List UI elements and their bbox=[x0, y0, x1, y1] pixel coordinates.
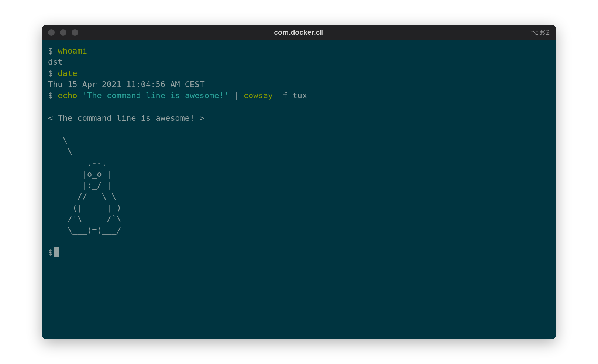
output-line: ______________________________ bbox=[48, 102, 550, 113]
active-prompt-line[interactable]: $ bbox=[48, 247, 550, 258]
output-line: ------------------------------ bbox=[48, 124, 550, 135]
minimize-button[interactable] bbox=[60, 29, 66, 36]
title-bar: com.docker.cli ⌥⌘2 bbox=[42, 25, 556, 40]
pipe-symbol: | bbox=[234, 91, 238, 100]
window-title: com.docker.cli bbox=[274, 28, 324, 37]
prompt-symbol: $ bbox=[48, 248, 53, 257]
output-line: (| | ) bbox=[48, 202, 550, 213]
command-arg: 'The command line is awesome!' bbox=[82, 91, 229, 100]
output-line: \ bbox=[48, 146, 550, 157]
output-line: \ bbox=[48, 135, 550, 146]
terminal-window: com.docker.cli ⌥⌘2 $ whoami dst $ date T… bbox=[42, 25, 556, 339]
close-button[interactable] bbox=[48, 29, 55, 36]
output-line: |:_/ | bbox=[48, 180, 550, 191]
command-text: cowsay bbox=[244, 91, 273, 100]
maximize-button[interactable] bbox=[72, 29, 78, 36]
prompt-line: $ date bbox=[48, 68, 550, 79]
output-line: // \ \ bbox=[48, 191, 550, 202]
command-flag-arg: tux bbox=[292, 91, 307, 100]
prompt-line: $ echo 'The command line is awesome!' | … bbox=[48, 90, 550, 101]
output-line: Thu 15 Apr 2021 11:04:56 AM CEST bbox=[48, 79, 550, 90]
command-flag: -f bbox=[278, 91, 288, 100]
output-line: .--. bbox=[48, 158, 550, 169]
command-text: whoami bbox=[58, 46, 87, 55]
output-line: dst bbox=[48, 56, 550, 68]
command-text: echo bbox=[58, 91, 78, 100]
output-line: /'\_ _/`\ bbox=[48, 213, 550, 224]
prompt-symbol: $ bbox=[48, 69, 53, 78]
window-shortcut-hint: ⌥⌘2 bbox=[531, 28, 550, 37]
output-line bbox=[48, 236, 550, 247]
output-line: |o_o | bbox=[48, 169, 550, 180]
cursor-icon bbox=[54, 247, 59, 257]
output-line: < The command line is awesome! > bbox=[48, 113, 550, 124]
command-text: date bbox=[58, 69, 78, 78]
prompt-line: $ whoami bbox=[48, 45, 550, 56]
prompt-symbol: $ bbox=[48, 46, 53, 55]
output-line: \___)=(___/ bbox=[48, 225, 550, 236]
traffic-lights bbox=[48, 29, 78, 36]
terminal-body[interactable]: $ whoami dst $ date Thu 15 Apr 2021 11:0… bbox=[42, 40, 556, 339]
prompt-symbol: $ bbox=[48, 91, 53, 100]
